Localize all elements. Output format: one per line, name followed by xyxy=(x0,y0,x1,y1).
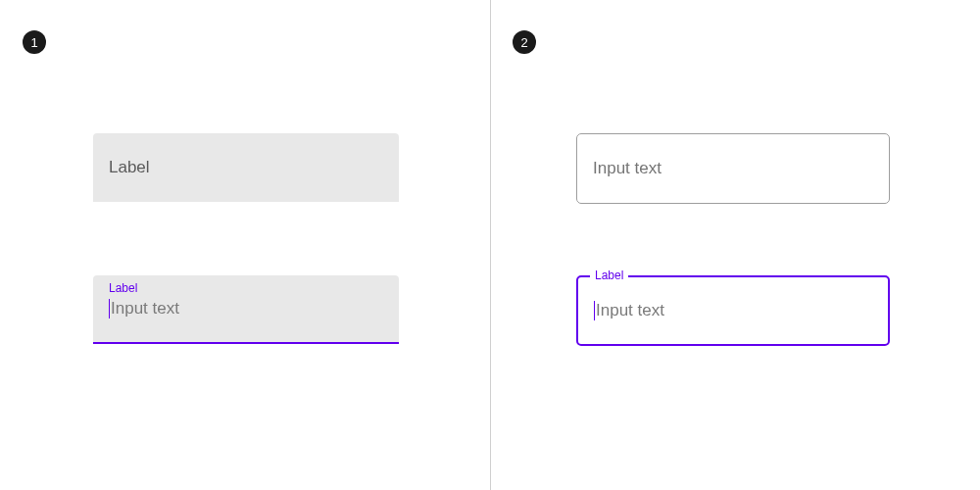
filled-default-label: Label xyxy=(109,158,150,177)
filled-focused-input-text: Input text xyxy=(111,299,179,318)
text-cursor-icon xyxy=(109,299,110,318)
outlined-default-placeholder: Input text xyxy=(593,159,662,178)
badge-label: 2 xyxy=(520,35,527,50)
filled-focused-input-area: Input text xyxy=(109,299,383,318)
badge-number-1: 1 xyxy=(23,30,46,54)
outlined-focused-input-area: Input text xyxy=(594,301,664,320)
outlined-focused-input-text: Input text xyxy=(596,301,664,320)
panel-right: 2 Input text Label Input text xyxy=(490,0,980,490)
panel-left: 1 Label Label Input text xyxy=(0,0,490,490)
outlined-text-field-focused[interactable]: Label Input text xyxy=(576,275,890,346)
text-cursor-icon xyxy=(594,301,595,320)
badge-number-2: 2 xyxy=(513,30,536,54)
filled-focused-label: Label xyxy=(109,281,383,295)
filled-text-field-focused[interactable]: Label Input text xyxy=(93,275,399,344)
outlined-text-field-default[interactable]: Input text xyxy=(576,133,890,204)
badge-label: 1 xyxy=(30,35,37,50)
filled-text-field-default[interactable]: Label xyxy=(93,133,399,202)
outlined-focused-label: Label xyxy=(590,269,628,282)
